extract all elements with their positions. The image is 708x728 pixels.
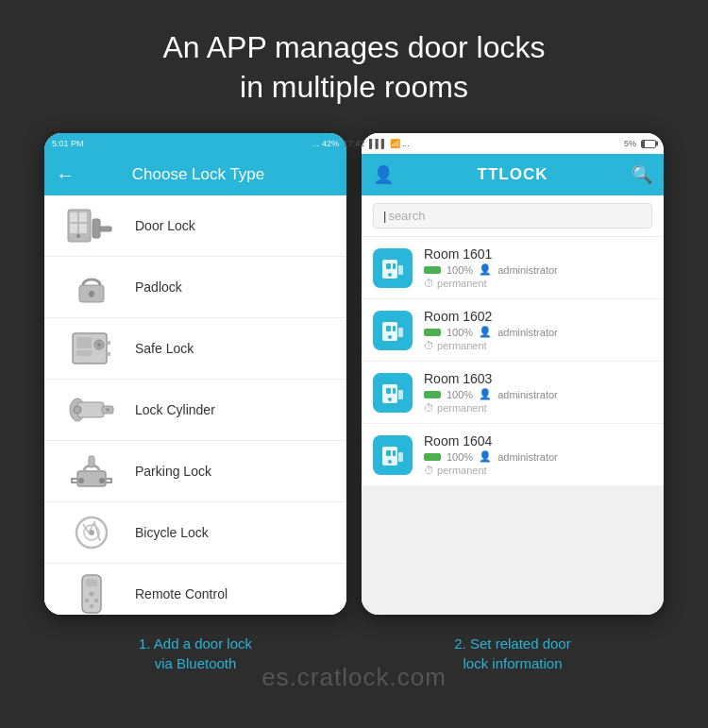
svg-rect-45 — [398, 328, 403, 337]
user-icon-1602: 👤 — [479, 326, 492, 338]
svg-rect-6 — [93, 219, 100, 238]
phone2-time: 17:42 — [362, 139, 364, 148]
padlock-icon — [63, 266, 120, 308]
svg-rect-3 — [70, 224, 77, 233]
room-meta-1602: 100% 👤 administrator — [424, 326, 558, 338]
room-item-1603[interactable]: Room 1603 100% 👤 administrator ⏱ permane… — [362, 362, 664, 423]
svg-point-54 — [388, 460, 392, 464]
room-info-1603: Room 1603 100% 👤 administrator ⏱ permane… — [424, 371, 558, 414]
svg-rect-53 — [393, 450, 396, 456]
phones-row: 5:01 PM ... 42% ← Choose Lock Type — [19, 133, 689, 615]
lock-item-padlock[interactable]: Padlock — [44, 257, 346, 318]
room-item-1602[interactable]: Room 1602 100% 👤 administrator ⏱ permane… — [362, 299, 664, 361]
phone1-battery: ... 42% — [312, 139, 339, 148]
svg-point-22 — [106, 408, 110, 412]
room-item-1604[interactable]: Room 1604 100% 👤 administrator ⏱ permane… — [362, 424, 664, 485]
phone2-battery-icon — [641, 140, 656, 148]
svg-rect-17 — [107, 352, 110, 356]
captions-row: 1. Add a door lockvia Bluetooth 2. Set r… — [19, 634, 689, 673]
room-avatar-1601 — [373, 248, 413, 288]
phone2-battery-label: 5% — [624, 139, 636, 148]
svg-rect-31 — [86, 579, 97, 586]
door-lock-icon — [63, 205, 120, 246]
room-name-1602: Room 1602 — [424, 309, 558, 324]
lock-item-door-lock[interactable]: Door Lock — [44, 195, 346, 257]
room-meta-1603: 100% 👤 administrator — [424, 388, 558, 400]
access-1601: ⏱ permanent — [424, 278, 558, 289]
room-list: Room 1601 100% 👤 administrator ⏱ permane… — [362, 237, 664, 615]
lock-item-parking-lock[interactable]: Parking Lock — [44, 441, 346, 502]
svg-rect-1 — [70, 212, 77, 222]
user-label-1603: administrator — [497, 389, 558, 400]
svg-point-26 — [99, 478, 105, 483]
battery-indicator-1601 — [424, 266, 441, 274]
phone2-signal-icons: ▌▌▌ 📶 ... — [369, 139, 410, 148]
caption-right-text: 2. Set related doorlock information — [454, 635, 570, 671]
svg-rect-43 — [393, 326, 396, 331]
svg-rect-12 — [76, 337, 92, 348]
svg-point-5 — [76, 234, 80, 238]
phone2-header-title: TTLOCK — [478, 165, 548, 184]
phone2-status-bar: ▌▌▌ 📶 ... 17:42 5% — [362, 133, 664, 154]
room-item-1601[interactable]: Room 1601 100% 👤 administrator ⏱ permane… — [362, 237, 664, 298]
svg-rect-10 — [91, 294, 93, 297]
caption-right: 2. Set related doorlock information — [362, 634, 664, 673]
svg-rect-13 — [76, 350, 92, 356]
room-info-1601: Room 1601 100% 👤 administrator ⏱ permane… — [424, 246, 558, 289]
phone2-signal-area: ▌▌▌ 📶 ... — [369, 139, 410, 148]
phone1-battery-label: 42% — [322, 139, 339, 148]
svg-rect-52 — [386, 450, 391, 456]
caption-left-text: 1. Add a door lockvia Bluetooth — [139, 635, 252, 671]
phone1-status-bar: 5:01 PM ... 42% — [44, 133, 346, 154]
lock-item-bicycle-lock[interactable]: Bicycle Lock — [44, 502, 346, 564]
svg-rect-42 — [386, 326, 391, 331]
lock-cylinder-icon — [63, 389, 120, 431]
room-name-1604: Room 1604 — [424, 433, 558, 449]
room-avatar-1603 — [373, 373, 413, 413]
svg-point-39 — [388, 273, 392, 277]
svg-point-35 — [90, 604, 93, 608]
parking-lock-label: Parking Lock — [135, 464, 211, 479]
padlock-label: Padlock — [135, 279, 182, 295]
lock-item-safe-lock[interactable]: Safe Lock — [44, 318, 346, 380]
svg-rect-37 — [386, 263, 391, 269]
svg-point-15 — [97, 343, 101, 347]
user-label-1604: administrator — [497, 451, 558, 463]
access-1602: ⏱ permanent — [424, 340, 558, 351]
user-icon-1603: 👤 — [479, 388, 492, 400]
lock-item-lock-cylinder[interactable]: Lock Cylinder — [44, 380, 346, 441]
back-arrow-icon[interactable]: ← — [56, 164, 75, 186]
search-bar[interactable]: | search — [373, 203, 652, 229]
room-avatar-1602 — [373, 311, 413, 350]
remote-control-label: Remote Control — [135, 586, 228, 601]
parking-lock-icon — [63, 450, 120, 492]
svg-rect-4 — [79, 224, 87, 233]
svg-point-49 — [388, 398, 392, 401]
svg-point-33 — [85, 599, 89, 602]
search-icon[interactable]: 🔍 — [632, 164, 652, 185]
battery-indicator-1603 — [424, 391, 441, 398]
remote-control-icon — [63, 573, 120, 615]
phone1-signal: ... — [312, 139, 319, 148]
svg-rect-7 — [100, 227, 111, 231]
svg-rect-50 — [398, 390, 403, 399]
phone1-header: ← Choose Lock Type — [44, 154, 346, 195]
phone2-header: 👤 TTLOCK 🔍 — [362, 154, 664, 195]
profile-icon[interactable]: 👤 — [373, 164, 394, 185]
svg-point-34 — [94, 599, 98, 602]
battery-pct-1602: 100% — [447, 327, 473, 338]
room-info-1604: Room 1604 100% 👤 administrator ⏱ permane… — [424, 433, 558, 476]
door-lock-label: Door Lock — [135, 218, 195, 233]
lock-item-remote-control[interactable]: Remote Control — [44, 564, 346, 615]
svg-rect-47 — [386, 388, 391, 394]
battery-pct-1603: 100% — [447, 389, 473, 400]
svg-rect-16 — [107, 341, 110, 345]
user-icon-1604: 👤 — [479, 450, 492, 463]
safe-lock-icon — [63, 328, 120, 369]
safe-lock-label: Safe Lock — [135, 341, 194, 356]
headline-line1: An APP manages door locks — [163, 30, 546, 64]
room-avatar-1604 — [373, 435, 413, 475]
svg-rect-2 — [79, 212, 87, 222]
user-label-1601: administrator — [497, 264, 558, 276]
phone2: ▌▌▌ 📶 ... 17:42 5% 👤 TTLOCK 🔍 — [362, 133, 664, 615]
